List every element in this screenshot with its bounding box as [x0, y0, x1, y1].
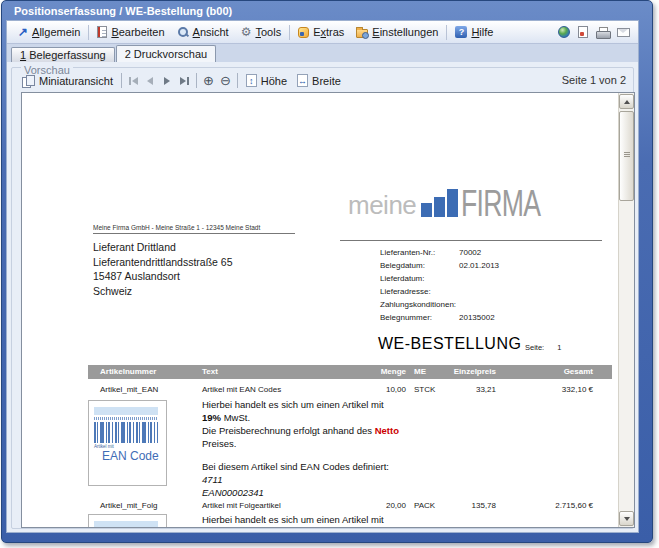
tab-druckvorschau[interactable]: 2 Druckvorschau [116, 45, 217, 62]
scroll-down-button[interactable] [619, 511, 634, 526]
logo-bar [447, 189, 458, 217]
fit-height-label: Höhe [261, 75, 287, 87]
info-label: Lieferadresse: [380, 285, 459, 298]
next-page-icon [164, 77, 170, 85]
menu-einstellungen[interactable]: Einstellungen [350, 24, 444, 40]
cell-einzelpreis: 135,78 [436, 500, 496, 512]
menu-separator [446, 25, 447, 40]
menu-extras-label: Extras [313, 26, 344, 38]
zoom-out-button[interactable] [217, 73, 234, 88]
folder-gear-icon [356, 29, 368, 38]
document-icon[interactable] [578, 26, 588, 38]
info-value: 20135002 [459, 313, 495, 322]
prev-page-button[interactable] [142, 73, 159, 89]
logo-text-meine: meine [348, 191, 416, 219]
cell-menge: 20,00 [346, 500, 406, 512]
document-page-number: Seite: 1 [525, 343, 561, 352]
menu-extras[interactable]: Extras [292, 24, 350, 40]
cell-me: PACK [414, 500, 435, 512]
thumbnails-button[interactable]: Miniaturansicht [17, 73, 118, 89]
ean-barcode-image: Artikel mit EAN Code [88, 400, 167, 486]
menu-bearbeiten-label: Bearbeiten [111, 26, 164, 38]
col-artikelnummer: Artikelnummer [100, 365, 156, 379]
page-indicator: Seite 1 von 2 [562, 74, 626, 86]
table-row: Artikel_mit_EAN Artikel mit EAN Codes 10… [88, 384, 612, 396]
recipient-address: Lieferant Drittland Lieferantendrittland… [93, 240, 233, 298]
recipient-street: Lieferantendrittlandsstraße 65 [93, 255, 233, 270]
ean-code-value: 4711 [202, 473, 474, 486]
desc-line: Die Preisberechnung erfolgt anhand des N… [202, 424, 474, 437]
fit-height-icon [246, 74, 257, 87]
fit-height-button[interactable]: Höhe [241, 72, 292, 89]
desc-line: Hierbei handelt es sich um einen Artikel… [202, 513, 384, 526]
info-row: Belegdatum:02.01.2013 [380, 259, 499, 272]
desc-line: Preises. [202, 437, 474, 450]
gear-icon [241, 26, 252, 38]
info-label: Lieferanten-Nr.: [380, 246, 459, 259]
fit-width-button[interactable]: Breite [292, 72, 346, 89]
cell-artikelnummer: Artikel_mit_EAN [100, 384, 158, 396]
menu-ansicht-label: Ansicht [193, 26, 229, 38]
tab-belegerfassung[interactable]: 1 Belegerfassung [11, 47, 115, 62]
netto-highlight: Netto [375, 425, 399, 436]
desc-line: Hierbei handelt es sich um einen Artikel… [202, 398, 474, 411]
mail-icon[interactable] [617, 28, 630, 37]
menu-hilfe[interactable]: Hilfe [449, 24, 499, 40]
desc-line: 19% MwSt. [202, 411, 474, 424]
scrollbar-thumb[interactable] [619, 111, 634, 201]
vat-rest: MwSt. [221, 412, 250, 423]
first-page-button[interactable] [125, 73, 142, 89]
arrow-up-right-icon [18, 25, 28, 39]
menu-allgemein[interactable]: Allgemein [12, 23, 86, 41]
vat-percent: 19% [202, 412, 221, 423]
recipient-country: Schweiz [93, 284, 233, 299]
desc-line: Bei diesem Artikel sind EAN Codes defini… [202, 460, 474, 473]
header-rule [340, 240, 602, 241]
scroll-up-button[interactable] [619, 94, 634, 109]
menu-allgemein-label: Allgemein [32, 26, 80, 38]
second-article-image [88, 514, 167, 527]
last-page-button[interactable] [176, 73, 193, 89]
col-text: Text [202, 365, 218, 379]
cell-artikelnummer: Artikel_mit_Folg [100, 500, 157, 512]
window-title: Positionserfassung / WE-Bestellung (b00) [14, 4, 640, 19]
toolbar-separator [237, 73, 238, 88]
page-label: Seite: [525, 343, 544, 352]
info-label: Lieferdatum: [380, 272, 459, 285]
toolbar-separator [196, 73, 197, 88]
cell-menge: 10,00 [346, 384, 406, 396]
barcode-caption: EAN Code [102, 449, 159, 463]
printer-icon[interactable] [596, 27, 609, 38]
preview-area: Vorschau Miniaturansicht [7, 62, 638, 532]
info-label: Zahlungskonditionen: [380, 298, 459, 311]
table-header: Artikelnummer Text Menge ME Einzelpreis … [88, 365, 612, 379]
info-row: Lieferanten-Nr.:70002 [380, 246, 499, 259]
sender-line: Meine Firma GmbH - Meine Straße 1 - 1234… [93, 224, 295, 234]
menu-tools[interactable]: Tools [235, 24, 287, 40]
page-value: 1 [557, 343, 561, 352]
first-page-icon-triangle [132, 77, 138, 85]
magnifier-icon [177, 26, 189, 38]
thumbnails-label: Miniaturansicht [39, 75, 113, 87]
vertical-scrollbar[interactable] [618, 93, 634, 527]
preview-panel: meine FIRMA Meine Firma GmbH - Meine Str… [21, 92, 635, 528]
web-icon[interactable] [558, 26, 570, 38]
cell-einzelpreis: 33,21 [436, 384, 496, 396]
menu-hilfe-label: Hilfe [471, 26, 493, 38]
menu-ansicht[interactable]: Ansicht [171, 24, 235, 40]
zoom-in-button[interactable] [200, 73, 217, 88]
company-logo: meine FIRMA [348, 185, 571, 219]
fit-width-icon [297, 74, 308, 87]
menu-bearbeiten[interactable]: Bearbeiten [91, 24, 170, 40]
document-page: meine FIRMA Meine Firma GmbH - Meine Str… [22, 93, 618, 527]
barcode-tiny-text [94, 417, 158, 420]
price-calc-text: Die Preisberechnung erfolgt anhand des [202, 425, 375, 436]
app-window: Positionserfassung / WE-Bestellung (b00)… [1, 0, 653, 543]
fit-width-label: Breite [312, 75, 341, 87]
next-page-button[interactable] [159, 73, 176, 89]
help-icon [455, 26, 467, 38]
logo-bar [421, 203, 432, 217]
info-row: Lieferdatum: [380, 272, 499, 285]
info-row: Zahlungskonditionen: [380, 298, 499, 311]
prev-page-icon [147, 77, 153, 85]
